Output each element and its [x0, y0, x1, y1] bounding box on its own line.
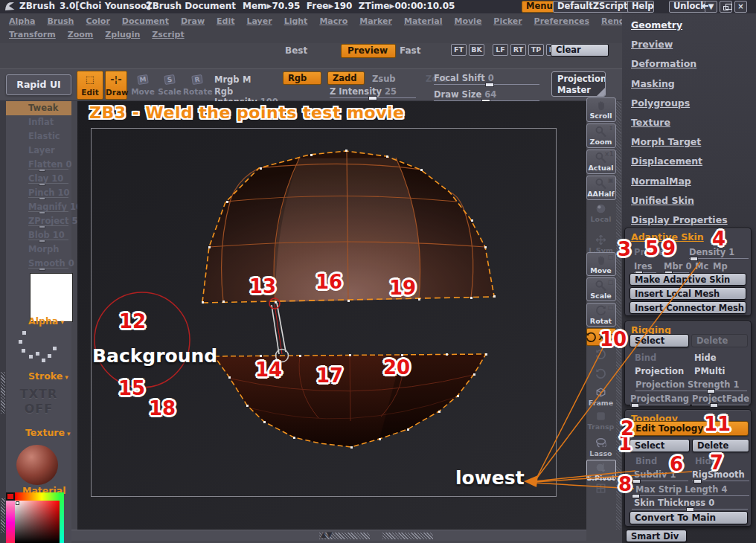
as-preview-button[interactable]: Preview	[634, 247, 673, 257]
menu-picker[interactable]: Picker	[493, 16, 522, 26]
rotate-button[interactable]: RRotate	[183, 71, 211, 100]
insert-local-mesh-button[interactable]: Insert Local Mesh	[630, 287, 746, 300]
menu-zscript[interactable]: Zscript	[152, 30, 184, 39]
rig-projectrang-slider[interactable]: ProjectRang	[630, 393, 689, 404]
as-mc-button[interactable]: Mc	[695, 261, 708, 272]
topo-max-strip-slider[interactable]: Max Strip Length 4	[635, 484, 728, 495]
hue-strip-right[interactable]	[60, 492, 64, 543]
menu-alpha[interactable]: Alpha	[9, 16, 35, 26]
rail-grip[interactable]	[1, 498, 5, 533]
menu-layer[interactable]: Layer	[246, 16, 272, 26]
nav-normalmap[interactable]: NormalMap	[631, 176, 728, 195]
document-canvas[interactable]: ZB3 - Weld the points test movie Backgro…	[77, 101, 586, 530]
sidebar-tool-zproject[interactable]: ZProject 50	[6, 214, 71, 228]
rig-projection-button[interactable]: Projection	[635, 366, 684, 376]
clear-button[interactable]: Clear	[551, 44, 609, 57]
rig-select-button[interactable]: Select	[630, 334, 689, 347]
menu-color[interactable]: Color	[86, 16, 109, 26]
scale-button[interactable]: □Scale	[586, 277, 616, 301]
frame-button[interactable]: Frame	[586, 385, 616, 408]
rig-projection-strength-slider[interactable]: Projection Strength 1	[635, 379, 739, 390]
zadd-button[interactable]: Zadd	[327, 71, 365, 85]
lasso-button[interactable]: Lasso	[586, 436, 616, 458]
sidebar-tool-flatten[interactable]: Flatten 0	[6, 158, 71, 172]
menu-zplugin[interactable]: Zplugin	[105, 30, 140, 39]
view-tp-button[interactable]: TP	[528, 44, 544, 56]
nav-texture[interactable]: Texture	[631, 117, 728, 136]
rapid-ui-button[interactable]: Rapid UI	[6, 74, 71, 95]
nav-polygroups[interactable]: Polygroups	[631, 97, 728, 117]
menu-transform[interactable]: Transform	[9, 30, 56, 39]
nav-deformation[interactable]: Deformation	[631, 58, 728, 77]
adaptive-skin-header[interactable]: Adaptive Skin	[631, 231, 704, 242]
rig-pmulti-button[interactable]: PMulti	[694, 366, 725, 376]
material-thumbnail[interactable]	[16, 445, 58, 485]
sidebar-tool-clay[interactable]: Clay 10	[6, 172, 71, 186]
zsub-button[interactable]: Zsub	[372, 74, 396, 84]
stroke-picker[interactable]: Stroke	[28, 370, 68, 382]
menu-brush[interactable]: Brush	[47, 16, 74, 26]
sidebar-tool-elastic[interactable]: Elastic	[6, 129, 71, 144]
make-adaptive-skin-button[interactable]: Make Adaptive Skin	[630, 273, 746, 286]
edit-topology-button[interactable]: Edit Topology	[629, 421, 749, 436]
topo-delete-button[interactable]: Delete	[692, 439, 749, 452]
scroll-button[interactable]: Scroll	[586, 97, 616, 122]
nav-unified-skin[interactable]: Unified Skin	[631, 195, 728, 214]
menu-preferences[interactable]: Preferences	[534, 16, 589, 26]
aahalf-button[interactable]: ▣AAHalf	[586, 176, 616, 200]
tray-toggle-icon[interactable]: ▲▼	[321, 530, 332, 539]
hue-strip-top[interactable]	[15, 492, 60, 501]
render-best-button[interactable]: Best	[285, 45, 307, 56]
nav-masking[interactable]: Masking	[631, 78, 728, 97]
as-ires-slider[interactable]: Ires	[634, 261, 653, 272]
nav-geometry[interactable]: Geometry	[631, 19, 728, 39]
menu-material[interactable]: Material	[404, 16, 442, 26]
sidebar-tool-morph[interactable]: Morph	[6, 242, 71, 257]
color-picker[interactable]	[6, 492, 64, 543]
actual-button[interactable]: ×1Actual	[586, 150, 616, 174]
insert-connector-mesh-button[interactable]: Insert Connector Mesh	[630, 301, 746, 314]
help-button[interactable]: Help	[627, 1, 654, 13]
render-preview-button[interactable]: Preview	[341, 44, 396, 58]
nav-preview[interactable]: Preview	[631, 39, 728, 58]
menu-movie[interactable]: Movie	[454, 16, 481, 26]
menu-zoom[interactable]: Zoom	[68, 30, 94, 39]
draw-button[interactable]: -¦-Draw	[105, 71, 127, 100]
bottom-grip[interactable]	[382, 533, 433, 539]
panel-divider-grip[interactable]	[616, 101, 621, 530]
default-zscript-button[interactable]: DefaultZScript	[553, 1, 632, 13]
sidebar-tool-tweak[interactable]: Tweak	[6, 101, 71, 115]
menu-document[interactable]: Document	[122, 16, 169, 26]
nav-displacement[interactable]: Displacement	[631, 155, 728, 175]
rig-hide-button[interactable]: Hide	[694, 353, 717, 363]
menu-marker[interactable]: Marker	[359, 16, 392, 26]
topo-bind-button[interactable]: Bind	[635, 456, 657, 466]
menu-edit[interactable]: Edit	[217, 16, 234, 26]
rgb-button[interactable]: Rgb	[283, 71, 321, 85]
view-lf-button[interactable]: LF	[493, 44, 508, 56]
menu-macro[interactable]: Macro	[319, 16, 347, 26]
sidebar-tool-inflat[interactable]: Inflat	[6, 115, 71, 129]
convert-to-main-button[interactable]: Convert To Main	[630, 511, 748, 524]
rail-grip[interactable]	[1, 372, 5, 414]
bottom-divider[interactable]: ▲▼	[71, 530, 586, 541]
z-intensity-slider[interactable]: Z Intensity 25	[330, 86, 416, 97]
rig-projectfade-slider[interactable]: ProjectFade	[692, 393, 749, 404]
mrgb-button[interactable]: Mrgb	[214, 74, 240, 85]
sidebar-tool-blob[interactable]: Blob 10	[6, 228, 71, 242]
smart-div-button[interactable]: Smart Div	[626, 530, 687, 542]
topo-rigsmooth-slider[interactable]: RigSmooth	[692, 469, 745, 480]
edit-button[interactable]: ⬚Edit	[77, 71, 103, 100]
scale-button[interactable]: SScale	[157, 71, 182, 100]
move-button[interactable]: □Move	[586, 252, 616, 276]
projection-master-button[interactable]: Projection Master	[551, 71, 606, 97]
restore-icon[interactable]	[720, 1, 732, 13]
topo-subdiv-slider[interactable]: Subdiv 1	[634, 469, 676, 480]
topo-skin-thickness-slider[interactable]: Skin Thickness 0	[634, 498, 714, 508]
sidebar-tool-pinch[interactable]: Pinch 10	[6, 186, 71, 200]
m-button[interactable]: M	[243, 74, 251, 85]
spivot-button[interactable]: S.Pivot	[586, 460, 616, 480]
left-divider-rail[interactable]	[0, 101, 6, 543]
menu-light[interactable]: Light	[284, 16, 308, 26]
view-bk-button[interactable]: BK	[469, 44, 484, 56]
